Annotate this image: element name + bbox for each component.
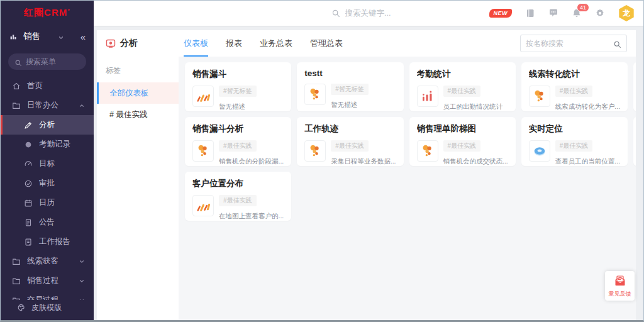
- skin-template-label: 皮肤模版: [31, 303, 62, 313]
- sidebar-item-announcement[interactable]: 公告: [1, 213, 94, 232]
- orange-funnel-icon: [304, 84, 326, 105]
- tags-header: 标签: [97, 62, 179, 82]
- bar-chart-icon: [9, 32, 18, 41]
- feedback-button[interactable]: 意见反馈: [605, 271, 635, 301]
- palette-icon: [17, 303, 26, 312]
- orange-funnel-icon: [417, 140, 438, 162]
- card-description: 暂无描述: [219, 103, 284, 111]
- sidebar-item-work-report[interactable]: 工作报告: [1, 232, 94, 252]
- search-icon[interactable]: [613, 40, 621, 48]
- sidebar-item-label: 销售过程: [27, 275, 58, 286]
- orange-funnel-icon: [304, 140, 326, 162]
- logo-trademark: °: [67, 8, 70, 14]
- card-attendance-stats[interactable]: 考勤统计#最佳实践员工的出勤情况统计: [409, 62, 516, 111]
- tab-report[interactable]: 报表: [226, 30, 242, 57]
- chevron-up-icon: [79, 103, 85, 109]
- card-title: 销售理单阶梯图: [417, 123, 508, 135]
- sidebar-item-attendance-record[interactable]: 考勤记录: [1, 135, 94, 154]
- sidebar-item-label: 公告: [39, 217, 55, 228]
- orange-chart-icon: [192, 195, 214, 216]
- collapse-sidebar-icon[interactable]: «: [80, 31, 86, 42]
- topbar: NEW 41 龙: [94, 1, 643, 26]
- card-work-trajectory[interactable]: 工作轨迹#最佳实践采集日程等业务数据...: [297, 117, 403, 166]
- home-icon: [12, 82, 21, 91]
- card-title: 线索转化统计: [529, 69, 620, 80]
- card-tag-chip: #暂无标签: [331, 84, 369, 95]
- notebook-icon[interactable]: [525, 8, 535, 18]
- search-icon: [331, 9, 340, 18]
- tab-management-summary[interactable]: 管理总表: [310, 30, 343, 57]
- card-title: 工作轨迹: [304, 123, 396, 135]
- tag-item-best-practice[interactable]: # 最佳实践: [97, 104, 179, 125]
- bell-icon[interactable]: 41: [572, 8, 582, 18]
- sidebar-search-input[interactable]: [26, 57, 82, 66]
- card-goal-completion-stats[interactable]: 目标完成统计#最佳实践员工、部门或其他业...: [633, 62, 636, 111]
- card-title: 销售漏斗: [192, 69, 284, 80]
- search-icon: [14, 58, 22, 65]
- sidebar-item-label: 分析: [39, 119, 55, 130]
- avatar[interactable]: 龙: [618, 5, 635, 21]
- new-badge[interactable]: NEW: [489, 9, 513, 18]
- card-description: 采集日程等业务数据...: [331, 157, 396, 166]
- sidebar-item-calendar[interactable]: 日历: [1, 193, 94, 213]
- app-logo: 红圈CRM°: [1, 1, 94, 25]
- chat-icon[interactable]: [548, 8, 558, 18]
- card-sales-funnel[interactable]: 销售漏斗#暂无标签暂无描述: [185, 62, 291, 111]
- report-icon: [24, 238, 33, 247]
- name-search[interactable]: [520, 35, 627, 52]
- chevron-down-icon: [79, 278, 85, 284]
- folder-icon: [12, 277, 21, 286]
- name-search-input[interactable]: [526, 39, 613, 48]
- card-tag-chip: #最佳实践: [331, 140, 369, 152]
- card-sales-funnel-analysis[interactable]: 销售漏斗分析#最佳实践销售机会的分阶段漏...: [185, 117, 291, 166]
- main-area: NEW 41 龙 分析 仪表板报表业务总表管理总表: [94, 1, 643, 320]
- card-sales-order-ladder[interactable]: 销售理单阶梯图#最佳实践销售机会的成交状态...: [409, 117, 516, 166]
- panel-body: 标签 全部仪表板# 最佳实践 销售漏斗#暂无标签暂无描述testt#暂无标签暂无…: [97, 57, 636, 320]
- sidebar: 红圈CRM° 销售 « 首页日常办公分析考勤记录目标审批日历公告工作报告线索获客…: [1, 1, 94, 320]
- card-description: 查看员工的当前位置...: [555, 157, 620, 166]
- red-bars-icon: [417, 86, 438, 107]
- card-description: 销售机会的分阶段漏...: [219, 157, 284, 166]
- card-description: 在地图上查看客户的...: [219, 212, 284, 221]
- card-title: 客户位置分布: [192, 178, 284, 189]
- card-testt[interactable]: testt#暂无标签暂无描述: [297, 62, 403, 111]
- sidebar-search[interactable]: [8, 53, 86, 70]
- sidebar-item-daily-office[interactable]: 日常办公: [1, 96, 94, 115]
- sidebar-item-home[interactable]: 首页: [1, 76, 94, 96]
- global-search-input[interactable]: [345, 9, 446, 18]
- card-description: 员工的出勤情况统计: [443, 103, 508, 111]
- sidebar-item-label: 交易过程: [27, 295, 58, 300]
- sidebar-item-leads[interactable]: 线索获客: [1, 252, 94, 271]
- card-title: testt: [304, 69, 396, 78]
- record-icon: [24, 140, 33, 149]
- folder-icon: [12, 257, 21, 266]
- card-tag-chip: #最佳实践: [219, 140, 257, 152]
- card-realtime-location[interactable]: 实时定位#最佳实践查看员工的当前位置...: [521, 117, 628, 166]
- gear-icon[interactable]: [595, 8, 605, 18]
- sidebar-item-sales-process[interactable]: 销售过程: [1, 271, 94, 291]
- tag-item-all-dashboards[interactable]: 全部仪表板: [97, 82, 179, 104]
- global-search[interactable]: [331, 9, 460, 18]
- sidebar-item-label: 首页: [27, 80, 43, 91]
- sidebar-item-analysis[interactable]: 分析: [1, 115, 94, 135]
- workspace-selector[interactable]: 销售 «: [1, 25, 94, 48]
- sidebar-item-label: 考勤记录: [39, 139, 70, 150]
- tab-business-summary[interactable]: 业务总表: [260, 30, 292, 57]
- sidebar-item-target[interactable]: 目标: [1, 154, 94, 174]
- card-lead-conversion-stats[interactable]: 线索转化统计#最佳实践线索成功转化为客户...: [521, 62, 628, 111]
- page-title-group: 分析: [97, 38, 184, 49]
- tab-dashboard[interactable]: 仪表板: [184, 30, 208, 57]
- sidebar-item-deal-process[interactable]: 交易过程: [1, 291, 94, 300]
- panel-header: 分析 仪表板报表业务总表管理总表: [97, 30, 636, 57]
- orange-chart-icon: [192, 86, 214, 107]
- tabs: 仪表板报表业务总表管理总表: [184, 30, 343, 57]
- approve-icon: [24, 179, 33, 188]
- cards-grid: 销售漏斗#暂无标签暂无描述testt#暂无标签暂无描述考勤统计#最佳实践员工的出…: [179, 57, 636, 320]
- sidebar-item-skin-template[interactable]: 皮肤模版: [1, 300, 94, 315]
- sidebar-item-approval[interactable]: 审批: [1, 174, 94, 193]
- calendar-icon: [24, 199, 33, 208]
- sidebar-item-label: 目标: [39, 158, 55, 169]
- card-customer-location[interactable]: 客户位置分布#最佳实践在地图上查看客户的...: [185, 172, 291, 221]
- card-title: 实时定位: [529, 123, 620, 135]
- card-work-report-stats[interactable]: 工作报告统计#最佳实践员工的日报、周报和...: [633, 117, 636, 166]
